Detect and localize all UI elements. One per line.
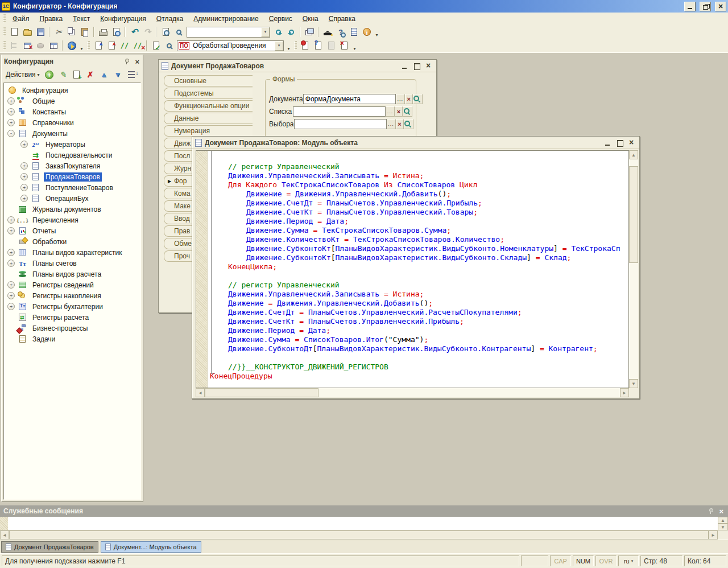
tree-item[interactable]: +Планы счетов bbox=[4, 258, 140, 269]
tree-expander-icon[interactable]: + bbox=[7, 97, 15, 105]
tree-expander-icon[interactable]: + bbox=[7, 281, 15, 289]
scroll-right-icon[interactable]: ► bbox=[620, 388, 629, 397]
move-down-button[interactable] bbox=[111, 68, 124, 81]
field-input[interactable] bbox=[303, 94, 396, 104]
copy-button[interactable] bbox=[65, 26, 78, 38]
child-maximize-button[interactable] bbox=[412, 62, 421, 70]
tree-item[interactable]: Последовательности bbox=[4, 150, 140, 160]
info-button[interactable] bbox=[361, 26, 373, 38]
clear-button[interactable]: × bbox=[396, 119, 404, 129]
debug-more-button[interactable]: ▾ bbox=[78, 46, 85, 52]
find-previous-button[interactable] bbox=[285, 26, 297, 38]
field-input[interactable] bbox=[294, 119, 387, 129]
procedure-combo-more-button[interactable]: ▾ bbox=[286, 46, 292, 52]
close-window-button[interactable] bbox=[21, 39, 34, 52]
tree-expander-icon[interactable]: + bbox=[7, 260, 15, 267]
find-next-button[interactable] bbox=[272, 26, 284, 38]
tree-expander-icon[interactable]: + bbox=[20, 141, 28, 148]
taskbar-window-button[interactable]: Документ ПродажаТоваров bbox=[1, 541, 98, 553]
tree-item[interactable]: Обработки bbox=[4, 236, 140, 247]
format-template-2-button[interactable] bbox=[105, 39, 118, 52]
module-window-titlebar[interactable]: Документ ПродажаТоваров: Модуль объекта bbox=[192, 137, 639, 149]
dropdown-button[interactable]: ▾ bbox=[275, 41, 283, 51]
field-input[interactable] bbox=[293, 106, 386, 117]
table-window-button[interactable] bbox=[47, 39, 60, 52]
print-preview-button[interactable] bbox=[110, 26, 122, 38]
add-bookmark-button[interactable] bbox=[299, 39, 312, 52]
actions-menu-button[interactable]: Действия ▾ bbox=[3, 69, 42, 80]
delete-button[interactable] bbox=[84, 68, 97, 81]
scroll-up-icon[interactable]: ▲ bbox=[629, 150, 638, 159]
sort-button[interactable] bbox=[125, 68, 138, 81]
add-comment-button[interactable] bbox=[118, 39, 131, 52]
find-in-file-button[interactable] bbox=[159, 26, 172, 38]
choose-button[interactable]: ... bbox=[386, 106, 395, 117]
module-minimize-button[interactable] bbox=[603, 139, 613, 147]
tree-item[interactable]: Регистры расчета bbox=[4, 312, 140, 323]
vertical-scroll-thumb[interactable] bbox=[629, 166, 638, 263]
menu-item[interactable]: Справка bbox=[324, 13, 361, 25]
save-button[interactable] bbox=[34, 26, 47, 38]
format-template-button[interactable] bbox=[92, 39, 105, 52]
menu-item[interactable]: Окна bbox=[297, 13, 324, 25]
tree-item[interactable]: +Константы bbox=[4, 106, 140, 117]
menu-grip[interactable] bbox=[3, 14, 6, 23]
clear-button[interactable]: × bbox=[405, 94, 413, 104]
toolbar2-more-button[interactable]: ▾ bbox=[351, 46, 358, 52]
tree-item[interactable]: +Регистры бухгалтерии bbox=[4, 301, 140, 312]
tree-expander-icon[interactable]: + bbox=[20, 184, 28, 191]
tree-item[interactable]: +Нумераторы bbox=[4, 139, 140, 150]
module-close-button[interactable] bbox=[627, 139, 636, 147]
scroll-left-icon[interactable]: ◄ bbox=[196, 388, 205, 397]
procedure-combo[interactable]: ПООбработкаПроведения▾ bbox=[177, 40, 284, 51]
context-help-button[interactable] bbox=[334, 26, 347, 38]
tree-expander-icon[interactable]: + bbox=[7, 227, 15, 234]
tree-item[interactable]: +ПродажаТоваров bbox=[4, 171, 140, 182]
tree-item[interactable]: +Планы видов характеристик bbox=[4, 247, 140, 258]
choose-button[interactable]: ... bbox=[396, 94, 405, 104]
toolbar-grip[interactable] bbox=[87, 41, 90, 50]
doc-tab[interactable]: Функциональные опции bbox=[164, 100, 253, 112]
tree-item[interactable]: +Общие bbox=[4, 96, 140, 106]
tree-expander-icon[interactable]: + bbox=[7, 108, 15, 116]
menu-item[interactable]: Администрирование bbox=[188, 13, 263, 25]
search-combo[interactable]: ▾ bbox=[187, 27, 270, 38]
tree-item[interactable]: +ОперацияБух bbox=[4, 193, 140, 204]
clear-button[interactable]: × bbox=[395, 106, 403, 117]
doc-tab[interactable]: Данные bbox=[164, 113, 253, 124]
doc-tab[interactable]: Основные bbox=[164, 75, 253, 87]
find-button[interactable] bbox=[172, 26, 185, 38]
document-window-titlebar[interactable]: Документ ПродажаТоваров bbox=[159, 60, 436, 72]
toolbar-grip[interactable] bbox=[3, 41, 6, 50]
code-editor[interactable]: // регистр УправленческийДвижения.Управл… bbox=[196, 150, 629, 388]
tree-item[interactable]: Журналы документов bbox=[4, 204, 140, 215]
child-minimize-button[interactable] bbox=[400, 62, 410, 70]
status-language[interactable]: ru ▾ bbox=[618, 555, 639, 566]
toolbar1-more-button[interactable]: ▾ bbox=[374, 32, 380, 39]
doc-tab[interactable]: Подсистемы bbox=[164, 88, 253, 99]
menu-item[interactable]: Сервис bbox=[264, 13, 297, 25]
methods-button[interactable] bbox=[321, 26, 334, 38]
code-vertical-scrollbar[interactable]: ▲ ▼ bbox=[629, 150, 638, 388]
close-button[interactable] bbox=[715, 2, 726, 11]
tree-item[interactable]: +Справочники bbox=[4, 117, 140, 128]
scroll-down-icon[interactable]: ▼ bbox=[629, 379, 638, 388]
restore-button[interactable] bbox=[700, 2, 711, 11]
tree-item[interactable]: Планы видов расчета bbox=[4, 269, 140, 279]
new-document-button[interactable] bbox=[8, 26, 20, 38]
messages-scroll-left-icon[interactable]: ◄ bbox=[0, 530, 9, 540]
open-button-magnifier-icon[interactable] bbox=[403, 106, 412, 117]
messages-close-icon[interactable]: × bbox=[718, 508, 725, 515]
messages-scroll-thumb[interactable] bbox=[9, 530, 709, 540]
messages-vertical-scrollbar[interactable]: ▲ ▼ bbox=[718, 517, 728, 530]
tree-expander-icon[interactable]: + bbox=[7, 292, 15, 299]
child-close-button[interactable] bbox=[424, 62, 433, 70]
goto-bookmark-button[interactable] bbox=[312, 39, 325, 52]
edit-button[interactable] bbox=[57, 68, 69, 81]
pin-icon[interactable] bbox=[124, 58, 129, 65]
tree-item[interactable]: +Отчеты bbox=[4, 225, 140, 236]
open-button-magnifier-icon[interactable] bbox=[413, 94, 423, 104]
tree-expander-icon[interactable]: + bbox=[20, 162, 28, 170]
menu-item[interactable]: Файл bbox=[7, 13, 35, 25]
open-button[interactable] bbox=[21, 26, 34, 38]
